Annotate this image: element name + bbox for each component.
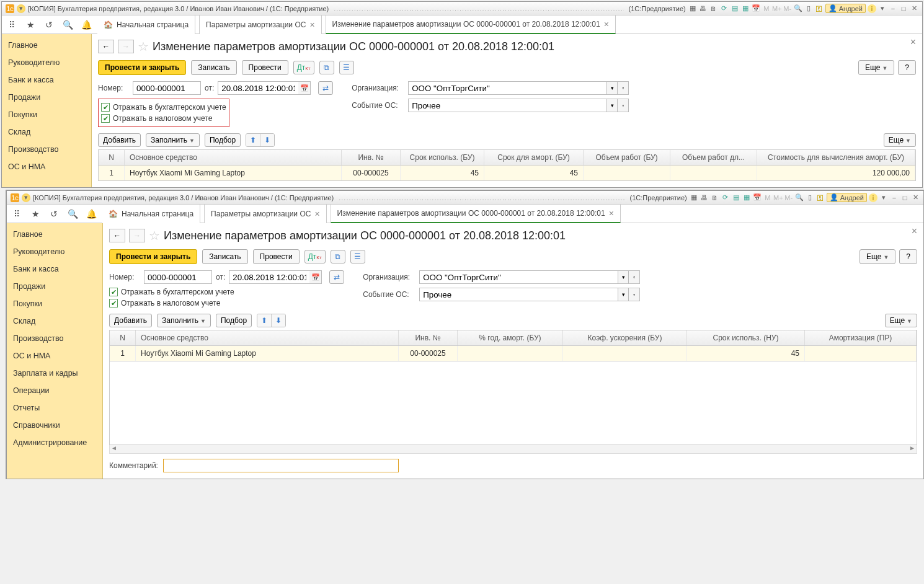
- calendar-icon[interactable]: 📅: [752, 4, 760, 13]
- panel-icon[interactable]: ▯: [804, 4, 813, 13]
- minimize-icon[interactable]: −: [890, 193, 899, 202]
- nav-back-button[interactable]: ←: [109, 229, 125, 242]
- form-close-icon[interactable]: ×: [912, 226, 917, 237]
- col-volume-long[interactable]: Объем работ дл...: [670, 150, 757, 165]
- m-icon[interactable]: M: [763, 193, 772, 202]
- calendar-icon[interactable]: 📅: [753, 193, 762, 202]
- col-asset[interactable]: Основное средство: [125, 150, 342, 165]
- m-plus-icon[interactable]: M+: [774, 193, 783, 202]
- post-close-button[interactable]: Провести и закрыть: [109, 249, 197, 264]
- table-icon[interactable]: ▤: [732, 193, 740, 202]
- col-amort-pr[interactable]: Амортизация (ПР): [805, 330, 917, 345]
- org-field[interactable]: [408, 81, 606, 95]
- sidebar-item-os-nma[interactable]: ОС и НМА: [7, 347, 102, 365]
- favorite-icon[interactable]: ☆: [138, 39, 149, 54]
- save-button[interactable]: Записать: [191, 60, 236, 75]
- calendar-button[interactable]: 📅: [309, 270, 322, 284]
- col-coef[interactable]: Коэф. ускорения (БУ): [563, 330, 687, 345]
- history-icon[interactable]: ↺: [42, 17, 56, 32]
- more-button[interactable]: Еще▼: [860, 249, 895, 264]
- sidebar-item-manager[interactable]: Руководителю: [2, 54, 91, 71]
- event-open-button[interactable]: ▫: [618, 99, 629, 112]
- table-more-button[interactable]: Еще▼: [885, 314, 917, 327]
- dropdown2-icon[interactable]: ▾: [879, 193, 888, 202]
- number-field[interactable]: [144, 270, 212, 284]
- tab-close-icon[interactable]: ×: [609, 208, 614, 218]
- tab-close-icon[interactable]: ×: [309, 20, 314, 30]
- link-button[interactable]: ⇄: [329, 270, 344, 284]
- org-dropdown-button[interactable]: ▾: [618, 270, 629, 284]
- link-button[interactable]: ⇄: [318, 81, 333, 95]
- event-dropdown-button[interactable]: ▾: [618, 288, 629, 301]
- close-icon[interactable]: ✕: [910, 4, 918, 13]
- org-open-button[interactable]: ▫: [618, 81, 629, 95]
- date-field[interactable]: [229, 270, 309, 284]
- tab-home[interactable]: 🏠 Начальная страница: [97, 15, 195, 34]
- org-field[interactable]: [419, 270, 618, 284]
- checkbox-nu[interactable]: ✔: [109, 299, 118, 307]
- col-pct[interactable]: % год. аморт. (БУ): [458, 330, 563, 345]
- panel-icon[interactable]: ▯: [806, 193, 814, 202]
- dtkt-button[interactable]: ДтКт: [293, 61, 314, 74]
- nav-fwd-button[interactable]: →: [129, 229, 145, 242]
- table-row[interactable]: 1 Ноутбук Xiaomi Mi Gaming Laptop 00-000…: [99, 166, 915, 180]
- close-icon[interactable]: ✕: [911, 193, 920, 202]
- sidebar-item-sales[interactable]: Продажи: [7, 278, 102, 295]
- number-field[interactable]: [133, 81, 201, 95]
- key-icon[interactable]: ⚿: [816, 193, 825, 202]
- comment-field[interactable]: [163, 459, 399, 472]
- m-minus-icon[interactable]: M-: [784, 193, 793, 202]
- sidebar-item-admin[interactable]: Администрирование: [7, 434, 102, 451]
- org-open-button[interactable]: ▫: [629, 270, 640, 284]
- apps-icon[interactable]: ⠿: [9, 206, 24, 221]
- sidebar-item-purchases[interactable]: Покупки: [2, 106, 91, 123]
- sidebar-item-sales[interactable]: Продажи: [2, 89, 91, 106]
- doc-icon[interactable]: 🗎: [709, 4, 718, 13]
- bell-icon[interactable]: 🔔: [79, 17, 94, 32]
- zoom-icon[interactable]: 🔍: [794, 4, 802, 13]
- tab-home[interactable]: 🏠 Начальная страница: [102, 205, 200, 223]
- toolbar-icon[interactable]: ▦: [690, 193, 698, 202]
- user-badge[interactable]: 👤Андрей: [827, 193, 867, 202]
- event-field[interactable]: [419, 288, 618, 301]
- dropdown-icon[interactable]: ▾: [17, 4, 25, 13]
- nav-fwd-button[interactable]: →: [118, 40, 134, 53]
- calendar-button[interactable]: 📅: [298, 81, 311, 95]
- col-period-nu[interactable]: Срок использ. (НУ): [687, 330, 805, 345]
- dtkt-button[interactable]: ДтКт: [304, 250, 326, 263]
- fill-button[interactable]: Заполнить▼: [146, 133, 200, 147]
- pick-button[interactable]: Подбор: [216, 314, 252, 327]
- col-period-amort[interactable]: Срок для аморт. (БУ): [484, 150, 584, 165]
- col-cost[interactable]: Стоимость для вычисления аморт. (БУ): [757, 150, 915, 165]
- sidebar-item-reports[interactable]: Отчеты: [7, 399, 102, 417]
- sidebar-item-main[interactable]: Главное: [7, 226, 102, 243]
- move-down-button[interactable]: ⬇: [271, 314, 285, 327]
- minimize-icon[interactable]: −: [889, 4, 897, 13]
- sidebar-item-production[interactable]: Производство: [2, 141, 91, 158]
- help-button[interactable]: ?: [898, 60, 916, 75]
- favorite-icon[interactable]: ☆: [149, 228, 160, 243]
- maximize-icon[interactable]: □: [899, 4, 908, 13]
- add-button[interactable]: Добавить: [109, 314, 152, 327]
- search-icon[interactable]: 🔍: [65, 206, 80, 221]
- info-icon[interactable]: i: [868, 4, 876, 13]
- sidebar-item-bank[interactable]: Банк и касса: [7, 260, 102, 278]
- star-icon[interactable]: ★: [28, 206, 43, 221]
- pick-button[interactable]: Подбор: [205, 133, 241, 147]
- tab-change[interactable]: Изменение параметров амортизации ОС 0000…: [326, 15, 616, 34]
- date-field[interactable]: [218, 81, 298, 95]
- form-close-icon[interactable]: ×: [910, 37, 916, 48]
- post-button[interactable]: Провести: [253, 249, 300, 264]
- add-button[interactable]: Добавить: [98, 133, 141, 147]
- grid-icon[interactable]: ▦: [742, 193, 751, 202]
- sidebar-item-manager[interactable]: Руководителю: [7, 243, 102, 260]
- save-button[interactable]: Записать: [202, 249, 247, 264]
- dropdown-icon[interactable]: ▾: [22, 193, 30, 202]
- move-up-button[interactable]: ⬆: [246, 134, 260, 146]
- zoom-icon[interactable]: 🔍: [795, 193, 804, 202]
- sidebar-item-production[interactable]: Производство: [7, 330, 102, 347]
- h-scrollbar[interactable]: [109, 445, 917, 454]
- key-icon[interactable]: ⚿: [815, 4, 824, 13]
- user-badge[interactable]: 👤Андрей: [825, 4, 866, 13]
- sidebar-item-warehouse[interactable]: Склад: [2, 123, 91, 141]
